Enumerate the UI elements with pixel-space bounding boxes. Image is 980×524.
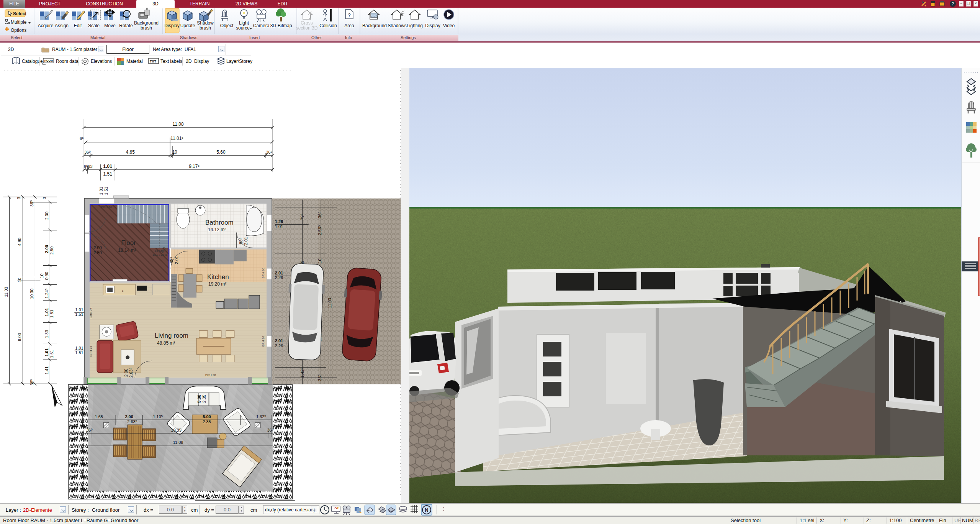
svg-text:2.00: 2.00 <box>44 212 49 220</box>
svg-text:1.51: 1.51 <box>75 350 83 355</box>
svg-text:0.90: 0.90 <box>44 272 49 280</box>
svg-text:3: 3 <box>16 197 21 199</box>
svg-text:365: 365 <box>266 150 273 154</box>
svg-text:365: 365 <box>29 379 34 385</box>
svg-text:2.50: 2.50 <box>49 246 54 255</box>
svg-text:1.01: 1.01 <box>103 164 113 169</box>
svg-text:BRH 75: BRH 75 <box>89 346 93 357</box>
svg-text:9.175: 9.175 <box>189 164 200 169</box>
svg-text:365: 365 <box>29 200 34 207</box>
svg-text:2.00: 2.00 <box>44 245 49 253</box>
svg-text:4.90: 4.90 <box>17 238 22 246</box>
svg-text:2.35: 2.35 <box>203 419 211 424</box>
svg-text:Background: Background <box>134 20 159 26</box>
svg-text:BRH 28: BRH 28 <box>205 373 216 377</box>
svg-text:Floor: Floor <box>121 239 136 246</box>
svg-text:3: 3 <box>42 197 47 199</box>
svg-text:?: ? <box>952 2 954 6</box>
svg-text:Edit: Edit <box>74 23 82 28</box>
svg-text:1.01: 1.01 <box>75 346 83 350</box>
svg-text:Acquire: Acquire <box>38 23 54 28</box>
svg-text:18.7 / 25.5: 18.7 / 25.5 <box>152 253 167 256</box>
svg-text:Options: Options <box>11 28 26 33</box>
svg-text:15 Stg: 15 Stg <box>155 249 164 253</box>
svg-text:Select: Select <box>13 11 26 16</box>
svg-text:5.00: 5.00 <box>197 395 201 403</box>
svg-text:BRH 30: BRH 30 <box>262 268 265 279</box>
svg-text:brush: brush <box>141 25 152 31</box>
svg-text:1.245: 1.245 <box>44 288 49 298</box>
svg-text:Scale: Scale <box>88 23 100 28</box>
svg-text:Kitchen: Kitchen <box>207 274 229 281</box>
svg-text:BRH 75: BRH 75 <box>89 307 93 319</box>
svg-text:BRH 30: BRH 30 <box>262 336 265 347</box>
svg-text:1.41: 1.41 <box>44 366 49 375</box>
svg-text:?: ? <box>348 12 350 18</box>
svg-text:2.35: 2.35 <box>202 395 206 403</box>
svg-text:2.00: 2.00 <box>93 245 101 250</box>
svg-text:Area: Area <box>344 23 354 28</box>
svg-text:1.01: 1.01 <box>44 348 49 356</box>
svg-text:♦: ♦ <box>122 289 124 293</box>
svg-text:1.26: 1.26 <box>275 219 283 224</box>
svg-text:2.01: 2.01 <box>275 338 283 343</box>
svg-text:6583: 6583 <box>84 164 93 169</box>
svg-text:Video: Video <box>443 23 455 28</box>
svg-text:5.00: 5.00 <box>203 414 211 419</box>
svg-text:3D-Bitmap: 3D-Bitmap <box>270 23 292 28</box>
svg-text:TXT: TXT <box>150 59 157 63</box>
svg-text:Cross: Cross <box>301 20 312 26</box>
svg-text:2.26: 2.26 <box>275 276 283 280</box>
svg-text:1.65: 1.65 <box>95 414 103 419</box>
svg-text:10: 10 <box>317 258 322 263</box>
svg-text:Living room: Living room <box>155 332 188 339</box>
svg-text:11.08: 11.08 <box>173 122 184 127</box>
svg-text:1.33: 1.33 <box>44 330 49 338</box>
svg-text:Lighting: Lighting <box>407 23 423 28</box>
svg-text:Camera: Camera <box>253 23 270 28</box>
svg-text:1.51: 1.51 <box>104 187 108 195</box>
svg-text:source: source <box>236 25 250 31</box>
svg-text:11.015: 11.015 <box>170 136 183 141</box>
svg-text:2.01: 2.01 <box>244 237 248 245</box>
svg-text:14.12 m²: 14.12 m² <box>208 227 226 232</box>
svg-text:2.01: 2.01 <box>275 271 283 275</box>
svg-text:10.30: 10.30 <box>29 289 34 299</box>
svg-text:2.00: 2.00 <box>124 369 128 377</box>
svg-text:1.01: 1.01 <box>275 224 283 229</box>
svg-text:Update: Update <box>180 23 195 28</box>
svg-text:N: N <box>425 507 428 513</box>
svg-text:Assign: Assign <box>55 23 69 28</box>
svg-text:Bathroom: Bathroom <box>205 219 234 226</box>
svg-text:section 3D: section 3D <box>296 25 318 31</box>
svg-text:Move: Move <box>104 23 116 28</box>
svg-text:1.51: 1.51 <box>75 312 83 317</box>
svg-text:Light: Light <box>239 20 249 26</box>
svg-text:Object: Object <box>220 23 234 28</box>
svg-text:18.14 m²: 18.14 m² <box>118 248 136 253</box>
svg-text:2.26: 2.26 <box>275 343 283 348</box>
svg-text:ROOM: ROOM <box>44 59 53 62</box>
svg-text:4.65: 4.65 <box>126 149 135 155</box>
svg-text:brush: brush <box>200 25 211 31</box>
svg-text:Shadow: Shadow <box>197 20 214 26</box>
svg-text:Shadows: Shadows <box>388 23 406 28</box>
svg-text:365: 365 <box>84 150 91 154</box>
svg-text:1.51: 1.51 <box>103 171 113 177</box>
svg-text:Display: Display <box>164 23 179 28</box>
svg-text:Multiple: Multiple <box>11 20 27 25</box>
svg-text:10: 10 <box>39 273 44 278</box>
svg-text:10: 10 <box>17 278 22 282</box>
svg-text:11.03: 11.03 <box>327 298 332 308</box>
svg-text:2.01: 2.01 <box>174 256 179 264</box>
svg-text:11.03: 11.03 <box>4 287 8 297</box>
svg-text:2.50: 2.50 <box>93 250 101 255</box>
svg-text:10.35: 10.35 <box>171 428 182 432</box>
svg-text:BRH 76: BRH 76 <box>101 205 112 209</box>
svg-text:1.01: 1.01 <box>99 187 103 195</box>
svg-text:1.01: 1.01 <box>44 308 49 316</box>
svg-text:5.60: 5.60 <box>216 149 226 155</box>
svg-text:48.85 m²: 48.85 m² <box>157 340 175 346</box>
svg-text:Background: Background <box>362 23 387 28</box>
svg-text:1.01: 1.01 <box>75 307 83 312</box>
